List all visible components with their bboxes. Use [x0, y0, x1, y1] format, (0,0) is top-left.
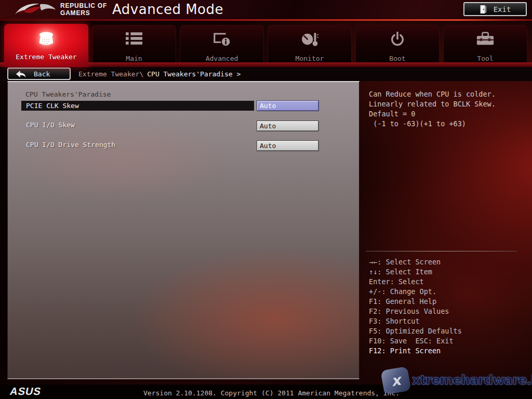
breadcrumb: Extreme Tweaker\CPU Tweakers'Paradise > [78, 70, 241, 78]
tab-advanced[interactable]: Advanced [180, 25, 264, 62]
asus-logo: ASUS [6, 386, 59, 399]
toolbox-icon [444, 32, 527, 46]
footer-bar: ASUS Version 2.10.1208. Copyright (C) 20… [0, 384, 532, 399]
tab-label: Monitor [268, 55, 351, 62]
legend-line: ↑↓: Select Item [369, 267, 528, 277]
tab-label: Main [92, 55, 176, 62]
legend-line: F10: Save ESC: Exit [369, 336, 528, 346]
legend-line: Enter: Select [369, 277, 528, 287]
help-panel: Can Reduce when CPU is colder. Linearly … [369, 89, 528, 129]
tab-main[interactable]: Main [92, 25, 176, 62]
legend-line: →←: Select Screen [369, 257, 528, 267]
legend-line: F5: Optimized Defaults [369, 326, 528, 336]
brand-line1: REPUBLIC OF [60, 2, 107, 9]
tab-label: Tool [444, 55, 527, 62]
exit-button-label: Exit [494, 5, 511, 14]
setting-row-cpu-io-drive-strength[interactable]: CPU I/O Drive Strength [26, 141, 115, 149]
setting-value-cpu-io-drive-strength[interactable]: Auto [257, 141, 318, 151]
settings-panel: CPU Tweakers'Paradise PCIE CLK Skew Auto… [7, 81, 360, 379]
tab-tool[interactable]: Tool [443, 25, 527, 62]
asus-logo-text: ASUS [9, 386, 42, 397]
bios-advanced-mode-screen: REPUBLIC OF GAMERS Advanced Mode Exit [0, 0, 532, 399]
legend-line: F12: Print Screen [369, 346, 528, 356]
help-line: Default = 0 [369, 109, 528, 119]
legend-line: F2: Previous Values [369, 307, 528, 316]
help-line: Can Reduce when CPU is colder. [369, 89, 528, 99]
breadcrumb-current: CPU Tweakers'Paradise > [147, 70, 241, 78]
sidebar-divider-bottom [366, 251, 517, 251]
setting-value-cpu-io-skew[interactable]: Auto [257, 121, 318, 131]
back-arrow-icon [16, 70, 26, 78]
exit-door-icon [480, 5, 487, 14]
setting-row-cpu-io-skew[interactable]: CPU I/O Skew [26, 121, 75, 129]
header-bar: REPUBLIC OF GAMERS Advanced Mode Exit [0, 0, 532, 19]
list-icon [92, 32, 176, 45]
breadcrumb-parent: Extreme Tweaker\ [78, 70, 143, 78]
brand-line2: GAMERS [60, 9, 107, 17]
legend-line: +/-: Change Opt. [369, 287, 528, 297]
tweaker-lamp-icon [4, 30, 88, 48]
setting-value-pcie-clk-skew[interactable]: Auto [257, 101, 318, 111]
setting-row-pcie-clk-skew[interactable]: PCIE CLK Skew [21, 101, 254, 111]
legend-line: F1: General Help [369, 297, 528, 307]
tab-boot[interactable]: Boot [355, 25, 440, 62]
tab-label: Boot [356, 55, 439, 62]
page-title: Advanced Mode [112, 2, 223, 17]
help-line: (-1 to -63)(+1 to +63) [369, 119, 528, 129]
key-legend: →←: Select Screen ↑↓: Select Item Enter:… [369, 257, 528, 356]
tab-label: Extreme Tweaker [4, 53, 88, 61]
advanced-info-icon [180, 32, 263, 47]
header-accent-line [0, 19, 532, 21]
breadcrumb-row: Back Extreme Tweaker\CPU Tweakers'Paradi… [0, 67, 532, 81]
back-button[interactable]: Back [7, 68, 71, 80]
back-button-label: Back [34, 70, 50, 78]
help-line: Linearly related to BCLK Skew. [369, 99, 528, 109]
legend-line: F3: Shortcut [369, 316, 528, 326]
exit-button[interactable]: Exit [463, 2, 527, 16]
settings-heading: CPU Tweakers'Paradise [25, 90, 111, 98]
rog-eye-icon [14, 1, 57, 20]
monitor-thermometer-icon [268, 32, 351, 47]
power-icon [356, 32, 439, 48]
version-text: Version 2.10.1208. Copyright (C) 2011 Am… [143, 389, 400, 397]
brand-text: REPUBLIC OF GAMERS [60, 2, 107, 17]
tab-monitor[interactable]: Monitor [268, 25, 352, 62]
tab-extreme-tweaker[interactable]: Extreme Tweaker [4, 24, 88, 67]
tab-label: Advanced [180, 55, 263, 62]
